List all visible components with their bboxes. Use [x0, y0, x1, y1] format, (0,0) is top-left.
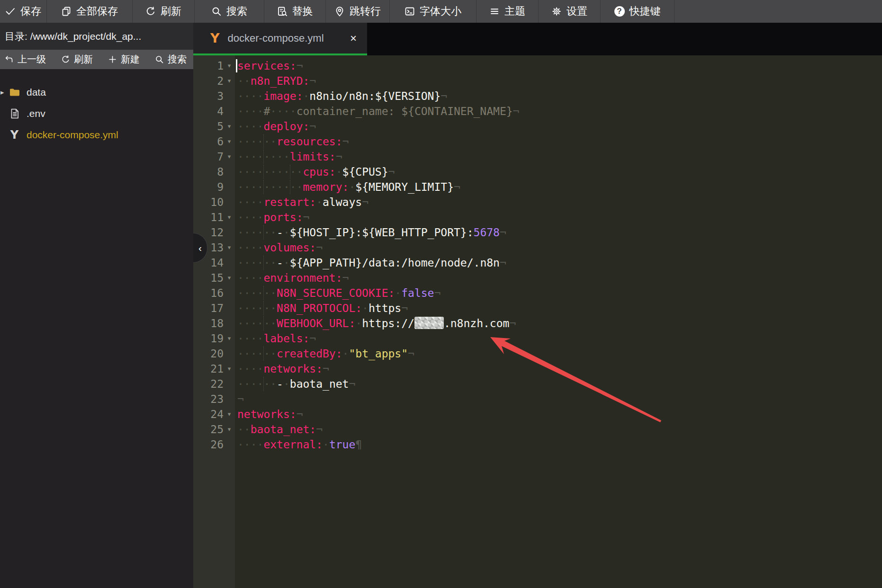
file-icon [8, 108, 21, 119]
line-number: 5 [193, 119, 224, 134]
code-line[interactable]: 22······-·baota_net¬ [193, 376, 882, 392]
code-line[interactable]: 11▾····ports:¬ [193, 210, 882, 225]
eol-mark: ¬ [349, 378, 355, 390]
fold-arrow-icon[interactable]: ▾ [224, 149, 235, 164]
code-line[interactable]: 17······N8N_PROTOCOL:·https¬ [193, 301, 882, 316]
goto-line-button[interactable]: 跳转行 [326, 0, 390, 23]
replace-button[interactable]: 替换 [264, 0, 326, 23]
button-label: 刷新 [74, 53, 93, 66]
file-sidebar: 目录: /www/dk_project/dk_ap... 上一级刷新新建搜索 ▸… [0, 23, 193, 588]
replace-icon [277, 6, 288, 17]
directory-path: 目录: /www/dk_project/dk_ap... [0, 23, 193, 50]
tree-item-data[interactable]: ▸data [0, 81, 193, 103]
button-label: 快捷键 [630, 4, 661, 18]
code-line[interactable]: 12······-·${HOST_IP}:${WEB_HTTP_PORT}:56… [193, 225, 882, 240]
code-line[interactable]: 7▾········limits:¬ [193, 149, 882, 164]
code-line[interactable]: 25▾··baota_net:¬ [193, 422, 882, 437]
fold-arrow-icon[interactable]: ▾ [224, 210, 235, 225]
code-line[interactable]: 21▾····networks:¬ [193, 361, 882, 376]
settings-button[interactable]: 设置 [539, 0, 601, 23]
up-level-button[interactable]: 上一级 [4, 53, 46, 66]
indent-guide [263, 225, 264, 240]
save-button[interactable]: 保存 [0, 0, 47, 23]
search-button[interactable]: 搜索 [154, 53, 187, 66]
terminal-box-icon [405, 6, 415, 17]
code-line[interactable]: 3····image:·n8nio/n8n:${VERSION}¬ [193, 89, 882, 104]
indent-guide [263, 377, 264, 391]
code-line[interactable]: 24▾networks:¬ [193, 407, 882, 422]
code-text: ··········memory:·${MEMORY_LIMIT}¬ [237, 179, 460, 195]
code-line[interactable]: 9··········memory:·${MEMORY_LIMIT}¬ [193, 179, 882, 195]
code-line[interactable]: 15▾····environment:¬ [193, 270, 882, 285]
close-icon[interactable]: × [350, 32, 357, 45]
theme-button[interactable]: 主题 [477, 0, 539, 23]
search-icon [154, 54, 164, 65]
new-file-button[interactable]: 新建 [107, 53, 140, 66]
toolbar-spacer [675, 0, 882, 23]
search-button[interactable]: 搜索 [195, 0, 264, 23]
code-text: ······WEBHOOK_URL:·https://.n8nzh.com¬ [237, 316, 516, 331]
code-editor[interactable]: 1▾services:¬2▾··n8n_ERYD:¬3····image:·n8… [193, 55, 882, 588]
code-line[interactable]: 13▾····volumes:¬ [193, 240, 882, 255]
indent-guide [263, 150, 264, 164]
code-line[interactable]: 16······N8N_SECURE_COOKIE:·false¬ [193, 285, 882, 301]
eol-mark: ¬ [297, 60, 303, 72]
eol-mark: ¬ [408, 347, 414, 360]
line-number: 17 [193, 301, 224, 316]
line-number: 8 [193, 164, 224, 179]
code-line[interactable]: 20······createdBy:·"bt_apps"¬ [193, 346, 882, 361]
code-line[interactable]: 18······WEBHOOK_URL:·https://.n8nzh.com¬ [193, 316, 882, 331]
code-line[interactable]: 19▾····labels:¬ [193, 331, 882, 346]
fold-arrow-icon[interactable]: ▾ [224, 73, 235, 89]
button-label: 保存 [20, 4, 41, 18]
tree-item-docker-compose-yml[interactable]: Ydocker-compose.yml [0, 124, 193, 145]
code-line[interactable]: 26····external:·true¶ [193, 437, 882, 452]
line-number: 2 [193, 73, 224, 89]
refresh-button[interactable]: 刷新 [60, 53, 93, 66]
file-editor-window: 保存全部保存刷新搜索替换跳转行字体大小主题设置?快捷键 目录: /www/dk_… [0, 0, 882, 588]
fold-arrow-icon[interactable]: ▾ [224, 119, 235, 134]
line-number: 18 [193, 316, 224, 331]
code-line[interactable]: 23¬ [193, 392, 882, 407]
tab-bar: Y docker-compose.yml × [193, 23, 882, 55]
hotkeys-button[interactable]: ?快捷键 [601, 0, 675, 23]
code-line[interactable]: 5▾····deploy:¬ [193, 119, 882, 134]
fold-arrow-icon[interactable]: ▾ [224, 270, 235, 285]
eol-mark: ¬ [500, 257, 506, 269]
redacted-blur [414, 317, 444, 329]
fold-arrow-icon[interactable]: ▾ [224, 331, 235, 346]
fold-arrow-icon[interactable]: ▾ [224, 422, 235, 437]
tree-item-env[interactable]: .env [0, 103, 193, 124]
code-line[interactable]: 4····#····container_name: ${CONTAINER_NA… [193, 104, 882, 119]
code-line[interactable]: 14······-·${APP_PATH}/data:/home/node/.n… [193, 255, 882, 270]
code-line[interactable]: 2▾··n8n_ERYD:¬ [193, 73, 882, 89]
eol-mark: ¬ [388, 166, 395, 178]
code-line[interactable]: 10····restart:·always¬ [193, 195, 882, 210]
code-line[interactable]: 1▾services:¬ [193, 58, 882, 73]
code-text: ····volumes:¬ [237, 240, 323, 255]
toolbar: 保存全部保存刷新搜索替换跳转行字体大小主题设置?快捷键 [0, 0, 882, 23]
fold-arrow-icon[interactable]: ▾ [224, 361, 235, 376]
code-text: ¬ [237, 392, 244, 407]
button-label: 搜索 [168, 53, 187, 66]
fold-arrow-icon[interactable]: ▾ [224, 58, 235, 73]
fold-arrow-icon[interactable]: ▾ [224, 134, 235, 149]
code-text: ····labels:¬ [237, 331, 316, 346]
code-line[interactable]: 8··········cpus:·${CPUS}¬ [193, 164, 882, 179]
tab-docker-compose[interactable]: Y docker-compose.yml × [193, 23, 367, 55]
fold-arrow-icon[interactable]: ▾ [224, 407, 235, 422]
button-label: 刷新 [161, 4, 181, 18]
yaml-icon: Y [210, 31, 220, 45]
expand-icon[interactable]: ▸ [0, 88, 4, 97]
map-pin-icon [334, 6, 345, 17]
refresh-button[interactable]: 刷新 [133, 0, 195, 23]
font-size-button[interactable]: 字体大小 [390, 0, 477, 23]
code-text: ····ports:¬ [237, 210, 309, 225]
eol-mark: ¬ [316, 423, 323, 436]
save-all-button[interactable]: 全部保存 [47, 0, 133, 23]
fold-arrow-icon[interactable]: ▾ [224, 240, 235, 255]
eol-mark: ¬ [454, 181, 460, 193]
code-line[interactable]: 6▾······resources:¬ [193, 134, 882, 149]
button-label: 新建 [121, 53, 140, 66]
line-number: 20 [193, 346, 224, 361]
